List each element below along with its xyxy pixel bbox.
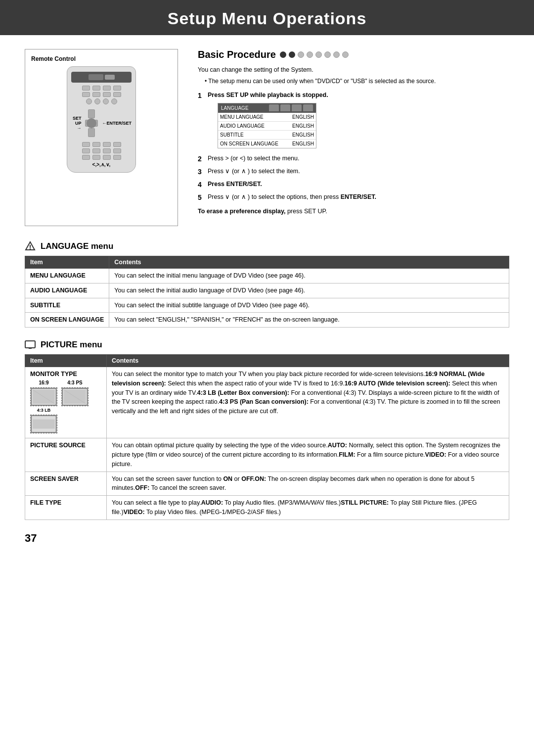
picture-table-row: MONITOR TYPE 16:9 4:3 LB 4:3 PS You can … <box>25 367 509 438</box>
btn <box>103 86 111 91</box>
btn <box>113 155 121 160</box>
btn <box>82 155 90 160</box>
btn <box>92 148 100 153</box>
mini-tab <box>280 104 290 111</box>
mini-lang-row: AUDIO LANGUAGEENGLISH <box>218 122 316 131</box>
language-menu-section: LANGUAGE menu Item Contents MENU LANGUAG… <box>25 241 509 328</box>
monitor-img-43: 4:3 PS <box>61 379 89 434</box>
btn-row-3 <box>71 98 132 104</box>
btn-row-6 <box>71 155 132 160</box>
picture-table-row: PICTURE SOURCEYou can obtain optimal pic… <box>25 438 509 472</box>
btn <box>103 148 111 153</box>
btn <box>92 86 100 91</box>
dot-2 <box>289 51 295 58</box>
picture-menu-icon <box>25 339 36 350</box>
intro-text: You can change the setting of the System… <box>198 65 509 75</box>
btn-round <box>111 98 117 104</box>
monitor-img-16-9: 16:9 4:3 LB <box>30 379 57 434</box>
lang-contents-cell: You can select "ENGLISH," "SPANISH," or … <box>109 313 509 328</box>
dot-4 <box>307 51 313 58</box>
mini-lang-row: SUBTITLEENGLISH <box>218 131 316 140</box>
language-menu-table: Item Contents MENU LANGUAGEYou can selec… <box>25 256 509 328</box>
step-4: 4 Press ENTER/SET. <box>198 180 509 190</box>
mini-lang-table: LANGUAGE MENU LANGUAGEENGLISHAUDIO LANGU… <box>218 103 316 148</box>
steps-list: 1 Press SET UP while playback is stopped… <box>198 91 509 203</box>
btn <box>82 142 90 147</box>
btn-row-5 <box>71 148 132 153</box>
nav-center <box>87 118 96 128</box>
picture-table-body: MONITOR TYPE 16:9 4:3 LB 4:3 PS You can … <box>25 367 509 520</box>
picture-menu-title: PICTURE menu <box>41 340 102 350</box>
lang-contents-cell: You can select the initial menu language… <box>109 269 509 284</box>
erase-note: To erase a preference display, press SET… <box>198 207 509 216</box>
language-table-body: MENU LANGUAGEYou can select the initial … <box>25 269 509 328</box>
step-5: 5 Press ∨ (or ∧ ) to select the options,… <box>198 192 509 203</box>
mini-tab <box>292 104 302 111</box>
language-table-row: MENU LANGUAGEYou can select the initial … <box>25 269 509 284</box>
pic-item-cell: SCREEN SAVER <box>25 472 107 496</box>
basic-procedure-header: Basic Procedure <box>198 49 509 60</box>
picture-table-row: SCREEN SAVERYou can set the screen saver… <box>25 472 509 496</box>
language-table-row: AUDIO LANGUAGEYou can select the initial… <box>25 283 509 298</box>
dot-1 <box>280 51 286 58</box>
remote-illustration: SET UP → ←ENTER/SET <box>31 66 172 220</box>
dot-3 <box>298 51 304 58</box>
mini-tab <box>303 104 313 111</box>
dot-5 <box>315 51 322 58</box>
pic-contents-cell: You can obtain optimal picture quality b… <box>107 438 509 472</box>
basic-procedure-section: Basic Procedure You can change the setti… <box>198 49 509 226</box>
btn-round <box>86 98 92 104</box>
language-menu-header: LANGUAGE menu <box>25 241 509 252</box>
btn <box>92 92 100 97</box>
tv-thumb-ps <box>61 387 89 406</box>
tab-icons <box>269 104 313 112</box>
btn-row-2 <box>71 92 132 97</box>
nav-up <box>88 109 95 118</box>
tv-thumb-lb <box>30 415 57 433</box>
btn <box>113 92 121 97</box>
dot-7 <box>333 51 340 58</box>
nav-cross <box>85 109 98 137</box>
btn-round <box>103 98 109 104</box>
remote-control-label: Remote Control <box>31 55 172 62</box>
pic-contents-cell: You can select the monitor type to match… <box>107 367 509 438</box>
btn <box>103 155 111 160</box>
page-title: Setup Menu Operations <box>0 9 534 28</box>
language-col-contents: Contents <box>109 256 509 269</box>
remote-control-box: Remote Control <box>25 49 178 226</box>
page-number: 37 <box>25 532 509 545</box>
btn-round <box>94 98 100 104</box>
btn <box>82 148 90 153</box>
pic-item-cell: MONITOR TYPE 16:9 4:3 LB 4:3 PS <box>25 367 107 438</box>
arrow-keys-label: <,>,∧,∨, <box>71 162 132 167</box>
btn <box>113 86 121 91</box>
btn <box>92 155 100 160</box>
language-menu-icon <box>25 241 36 252</box>
language-menu-title: LANGUAGE menu <box>41 241 113 251</box>
btn <box>92 142 100 147</box>
btn <box>113 142 121 147</box>
btn-row-4 <box>71 142 132 147</box>
btn <box>82 92 90 97</box>
language-table-row: ON SCREEN LANGUAGEYou can select "ENGLIS… <box>25 313 509 328</box>
nav-down <box>88 128 95 137</box>
pic-item-cell: PICTURE SOURCE <box>25 438 107 472</box>
svg-point-2 <box>30 248 31 249</box>
btn <box>113 148 121 153</box>
picture-menu-table: Item Contents MONITOR TYPE 16:9 4:3 LB 4… <box>25 354 509 520</box>
picture-col-item: Item <box>25 355 107 367</box>
bullet-text: • The setup menu can be used only when "… <box>205 77 509 86</box>
lang-item-cell: ON SCREEN LANGUAGE <box>25 313 109 328</box>
mini-table-rows: MENU LANGUAGEENGLISHAUDIO LANGUAGEENGLIS… <box>218 113 316 148</box>
step-2: 2 Press > (or <) to select the menu. <box>198 154 509 164</box>
pic-contents-cell: You can set the screen saver function to… <box>107 472 509 496</box>
remote-display <box>71 72 132 83</box>
mini-row-val: ENGLISH <box>292 140 314 147</box>
btn <box>82 86 90 91</box>
picture-menu-section: PICTURE menu Item Contents MONITOR TYPE … <box>25 339 509 520</box>
lang-contents-cell: You can select the initial subtitle lang… <box>109 298 509 313</box>
mini-row-item: MENU LANGUAGE <box>220 113 264 121</box>
btn-row-1 <box>71 86 132 91</box>
mini-tab <box>269 104 279 111</box>
lang-item-cell: MENU LANGUAGE <box>25 269 109 284</box>
